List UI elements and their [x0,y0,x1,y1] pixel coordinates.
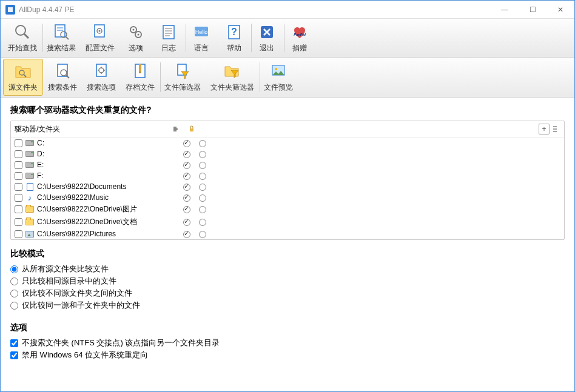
option-item[interactable]: 不搜索文件夹 (NTFS 交接点) 该点指向另一个文件夹目录 [10,337,565,349]
row-lock-radio[interactable] [195,171,210,180]
tab-label: 源文件夹 [8,82,38,93]
source-folders-icon [13,62,33,81]
archive-files-icon [130,62,150,81]
row-checkbox[interactable] [15,230,22,238]
row-checkbox[interactable] [15,150,22,158]
toolbar-options[interactable]: 选项 [119,20,152,56]
tab-label: 搜索条件 [48,82,77,93]
toolbar-search-results[interactable]: 搜索结果 [42,20,81,56]
folder-row[interactable]: F: [11,170,564,181]
search-results-icon [52,22,71,42]
compare-radio[interactable] [10,290,18,297]
tab-file-preview[interactable]: 文件预览 [259,59,298,96]
row-checkbox[interactable] [15,161,22,169]
tab-archive-files[interactable]: 存档文件 [121,59,160,96]
row-lock-radio[interactable] [195,182,210,191]
compare-option[interactable]: 仅比较同一源和子文件夹中的文件 [10,299,565,311]
folder-row[interactable]: ♪C:\Users\98222\Music [11,192,564,203]
compare-option[interactable]: 只比较相同源目录中的文件 [10,275,565,287]
row-protect-radio[interactable] [179,139,195,147]
row-lock-radio[interactable] [195,205,210,214]
option-checkbox[interactable] [10,351,18,359]
close-button[interactable]: ✕ [546,1,574,19]
add-folder-button[interactable]: + [539,124,550,135]
folder-row[interactable]: E: [11,159,564,170]
column-name-header[interactable]: 驱动器/文件夹 [15,124,172,135]
column-protect-icon[interactable] [172,125,188,133]
row-protect-radio[interactable] [179,182,195,191]
options-title: 选项 [10,322,565,333]
toolbar-exit[interactable]: 退出 [251,20,283,56]
row-checkbox[interactable] [15,172,22,180]
row-path: C:\Users\98222\Music [37,193,179,202]
toolbar-log[interactable]: 日志 [152,20,185,56]
row-protect-radio[interactable] [179,230,195,238]
svg-text:PayPal: PayPal [294,33,306,36]
svg-line-7 [66,37,69,39]
file-preview-icon [269,62,288,81]
toolbar-label: 开始查找 [8,43,37,53]
compare-option[interactable]: 从所有源文件夹比较文件 [10,263,565,275]
svg-rect-15 [163,25,174,39]
tab-source-folders[interactable]: 源文件夹 [3,59,43,96]
toolbar-help[interactable]: ?帮助 [218,20,251,56]
row-lock-radio[interactable] [195,139,210,147]
folder-row[interactable]: C:\Users\98222\Pictures [11,228,564,239]
window-title: AllDup 4.4.47 PE [19,5,491,14]
column-lock-icon[interactable] [188,125,204,133]
folders-header: 驱动器/文件夹 + [11,121,564,138]
panel-menu-button[interactable] [552,125,560,133]
row-lock-radio[interactable] [195,218,210,227]
row-protect-radio[interactable] [179,205,195,214]
row-type-icon [25,218,35,227]
row-protect-radio[interactable] [179,171,195,180]
toolbar-language[interactable]: Hello语言 [185,20,218,56]
minimize-button[interactable]: — [491,1,519,19]
compare-mode-options: 从所有源文件夹比较文件只比较相同源目录中的文件仅比较不同源文件夹之间的文件仅比较… [10,263,565,311]
row-protect-radio[interactable] [179,150,195,158]
row-protect-radio[interactable] [179,218,195,227]
svg-line-2 [24,34,29,38]
toolbar-label: 帮助 [227,43,241,53]
row-lock-radio[interactable] [195,150,210,158]
tab-folder-filter[interactable]: 文件夹筛选器 [206,59,259,96]
compare-option[interactable]: 仅比较不同源文件夹之间的文件 [10,287,565,299]
row-type-icon [25,182,35,191]
row-lock-radio[interactable] [195,230,210,238]
row-checkbox[interactable] [15,205,22,213]
content-area: 搜索哪个驱动器或文件夹重复的文件? 驱动器/文件夹 + C:D:E:F:C:\U… [1,98,574,391]
compare-mode-title: 比较模式 [10,248,565,259]
folder-row[interactable]: D: [11,148,564,159]
tab-file-filter[interactable]: 文件筛选器 [160,59,206,96]
toolbar-config-file[interactable]: 配置文件 [81,20,119,56]
tab-search-options[interactable]: 搜索选项 [82,59,121,96]
toolbar-start-search[interactable]: 开始查找 [3,20,42,56]
compare-radio[interactable] [10,277,18,285]
tab-label: 文件筛选器 [164,82,201,93]
tab-search-criteria[interactable]: 搜索条件 [43,59,82,96]
toolbar-label: 选项 [129,43,143,53]
row-checkbox[interactable] [15,183,22,191]
compare-radio[interactable] [10,302,18,310]
folder-row[interactable]: C:\Users\98222\OneDrive\文档 [11,216,564,228]
option-checkbox[interactable] [10,339,18,347]
option-item[interactable]: 禁用 Windows 64 位文件系统重定向 [10,349,565,361]
row-lock-radio[interactable] [195,161,210,169]
start-search-icon [13,22,32,42]
row-checkbox[interactable] [15,139,22,147]
compare-radio[interactable] [10,265,18,273]
maximize-button[interactable]: ☐ [519,1,546,19]
row-checkbox[interactable] [15,218,22,226]
option-label: 不搜索文件夹 (NTFS 交接点) 该点指向另一个文件夹目录 [22,337,220,348]
row-checkbox[interactable] [15,194,22,202]
row-protect-radio[interactable] [179,161,195,169]
row-lock-radio[interactable] [195,193,210,202]
folder-row[interactable]: C: [11,138,564,148]
folder-row[interactable]: C:\Users\98222\Documents [11,181,564,192]
folder-row[interactable]: C:\Users\98222\OneDrive\图片 [11,203,564,216]
row-protect-radio[interactable] [179,193,195,202]
titlebar: AllDup 4.4.47 PE — ☐ ✕ [1,1,574,19]
toolbar-donate[interactable]: PayPal捐赠 [283,20,316,56]
log-icon [159,22,178,42]
app-window: AllDup 4.4.47 PE — ☐ ✕ 开始查找搜索结果配置文件选项日志H… [0,0,575,392]
